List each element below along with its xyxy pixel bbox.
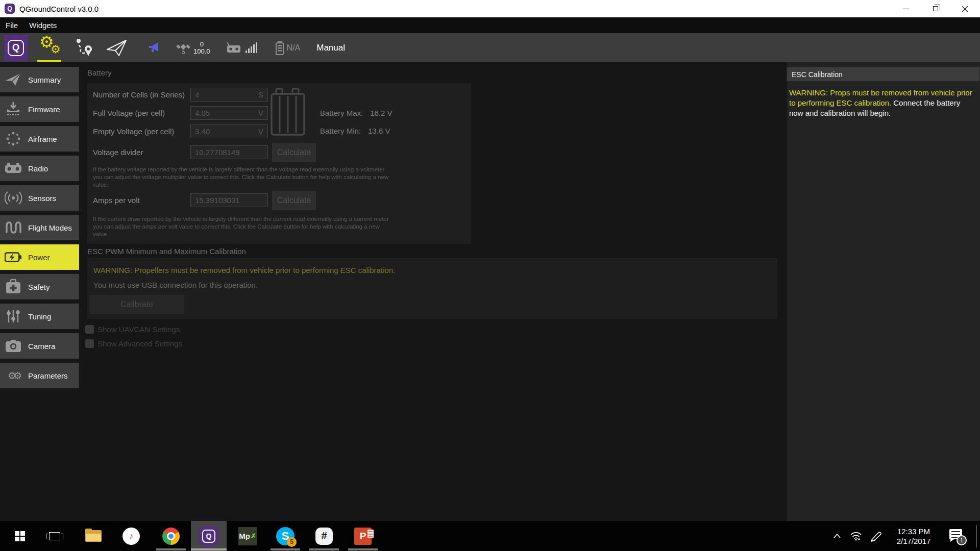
- empty-voltage-input[interactable]: 3.40 V: [190, 124, 268, 138]
- taskbar-powerpoint-button[interactable]: P: [345, 521, 381, 551]
- sidebar-item-sensors[interactable]: Sensors: [0, 185, 79, 211]
- running-indicator: [271, 548, 300, 550]
- voltage-divider-help: If the battery voltage reported by the v…: [93, 166, 389, 189]
- full-voltage-input[interactable]: 4.05 V: [190, 106, 268, 120]
- first-aid-icon: [5, 278, 22, 295]
- amps-per-volt-label: Amps per volt: [93, 193, 140, 207]
- sidebar-item-firmware[interactable]: Firmware: [0, 96, 79, 122]
- amps-per-volt-input[interactable]: 15.39103031: [190, 193, 268, 207]
- esc-calibration-panel: WARNING: Propellers must be removed from…: [87, 258, 777, 319]
- windows-taskbar: ♪ Q Mp✗ S 5 # P: [0, 521, 980, 551]
- sidebar-item-radio[interactable]: Radio: [0, 156, 79, 181]
- voltage-divider-input[interactable]: 10.27708149: [190, 145, 268, 159]
- qgc-home-button[interactable]: Q: [4, 35, 28, 61]
- cells-input[interactable]: 4 S: [190, 88, 268, 102]
- cells-label: Number of Cells (in Series): [93, 88, 185, 102]
- sidebar-item-airframe[interactable]: Airframe: [0, 126, 79, 152]
- show-advanced-settings-checkbox[interactable]: Show Advanced Settings: [85, 339, 182, 348]
- sidebar-item-power[interactable]: Power: [0, 244, 79, 270]
- itunes-icon: ♪: [122, 528, 140, 545]
- rc-rssi-indicator[interactable]: [226, 41, 258, 55]
- folder-icon: [85, 530, 102, 542]
- taskbar-itunes-button[interactable]: ♪: [113, 521, 149, 551]
- flight-mode-selector[interactable]: Manual: [316, 43, 345, 53]
- notification-badge: 1: [957, 535, 967, 545]
- clock-date: 2/17/2017: [897, 536, 931, 546]
- window-title: QGroundControl v3.0.0: [19, 5, 99, 13]
- plan-view-button[interactable]: [75, 38, 94, 58]
- taskbar-chrome-button[interactable]: [153, 521, 189, 551]
- sidebar-item-safety[interactable]: Safety: [0, 274, 79, 299]
- paper-plane-icon: [5, 71, 22, 88]
- esc-warning-text: WARNING: Propellers must be removed from…: [93, 266, 395, 274]
- sidebar-item-summary[interactable]: Summary: [0, 67, 79, 92]
- gears-icon: ⚙⚙: [5, 367, 22, 384]
- sidebar-item-parameters[interactable]: ⚙⚙ Parameters: [0, 363, 79, 388]
- running-indicator: [191, 548, 227, 550]
- chrome-icon: [162, 528, 180, 545]
- empty-voltage-unit: V: [258, 125, 263, 138]
- show-desktop-button[interactable]: [976, 525, 977, 547]
- power-setup-content: Battery Number of Cells (in Series) 4 S …: [79, 62, 786, 521]
- dialog-title: ESC Calibration: [792, 70, 843, 79]
- sidebar-item-tuning[interactable]: Tuning: [0, 304, 79, 329]
- running-indicator: [348, 548, 378, 550]
- setup-view-button[interactable]: ⚙ ⚙: [38, 35, 63, 61]
- satellite-icon: [176, 41, 190, 55]
- running-indicator: [309, 548, 339, 550]
- sidebar-item-flight-modes[interactable]: Flight Modes: [0, 215, 79, 240]
- gps-indicator[interactable]: 0 100.0: [176, 41, 210, 55]
- tray-wifi-button[interactable]: [846, 521, 866, 551]
- qgc-logo-icon: Q: [8, 40, 24, 56]
- battery-max-value: 16.2 V: [370, 109, 392, 117]
- setup-sidebar: Summary Firmware Airframe Radio: [0, 62, 79, 521]
- full-voltage-label: Full Voltage (per cell): [93, 106, 165, 120]
- start-button[interactable]: [2, 521, 38, 551]
- show-uavcan-settings-checkbox[interactable]: Show UAVCAN Settings: [85, 325, 180, 334]
- voltage-calculate-button[interactable]: Calculate: [272, 143, 316, 162]
- taskbar-mission-planner-button[interactable]: Mp✗: [230, 521, 265, 551]
- chevron-up-icon: [834, 534, 841, 538]
- main-area: Summary Firmware Airframe Radio: [0, 62, 980, 521]
- task-view-button[interactable]: [37, 521, 72, 551]
- battery-status: N/A: [287, 43, 301, 53]
- close-button[interactable]: [950, 0, 980, 17]
- sensors-signal-icon: [5, 189, 22, 207]
- qgroundcontrol-window: Q QGroundControl v3.0.0 File Widgets Q ⚙…: [0, 0, 980, 551]
- minimize-icon: [903, 9, 909, 9]
- fly-view-button[interactable]: [106, 39, 128, 57]
- battery-indicator[interactable]: N/A: [275, 41, 301, 55]
- tray-pen-button[interactable]: [866, 521, 886, 551]
- taskbar-clock[interactable]: 12:33 PM 2/17/2017: [888, 521, 939, 551]
- qgc-app-icon: Q: [5, 4, 15, 14]
- tray-chevron-button[interactable]: [828, 521, 846, 551]
- menu-widgets[interactable]: Widgets: [23, 17, 62, 33]
- sidebar-item-camera[interactable]: Camera: [0, 333, 79, 359]
- esc-calibration-dialog: ESC Calibration WARNING: Props must be r…: [786, 62, 980, 521]
- empty-voltage-label: Empty Voltage (per cell): [93, 124, 174, 138]
- taskbar-skype-button[interactable]: S 5: [267, 521, 303, 551]
- dialog-message: WARNING: Props must be removed from vehi…: [789, 88, 973, 118]
- taskbar-hash-app-button[interactable]: #: [306, 521, 342, 551]
- action-center-button[interactable]: 1: [945, 521, 970, 551]
- battery-settings-panel: Number of Cells (in Series) 4 S Full Vol…: [87, 83, 471, 244]
- restore-button[interactable]: [921, 0, 950, 17]
- battery-icon: [275, 41, 284, 55]
- battery-bolt-icon: [5, 248, 22, 266]
- checkbox-icon: [85, 339, 94, 348]
- esc-usb-note: You must use USB connection for this ope…: [93, 281, 258, 289]
- calibrate-button[interactable]: Calibrate: [89, 295, 184, 314]
- menu-file[interactable]: File: [0, 17, 23, 33]
- gps-count: 0: [193, 41, 210, 48]
- amps-calculate-button[interactable]: Calculate: [272, 191, 316, 210]
- minimize-button[interactable]: [891, 0, 921, 17]
- gear-icon: ⚙: [51, 44, 61, 55]
- clock-time: 12:33 PM: [897, 527, 930, 536]
- wifi-icon: [850, 532, 862, 541]
- vehicle-messages-button[interactable]: [148, 41, 161, 55]
- skype-icon: S 5: [276, 527, 295, 545]
- taskbar-file-explorer-button[interactable]: [76, 521, 111, 551]
- taskbar-qgroundcontrol-button[interactable]: Q: [191, 521, 227, 551]
- signal-bars-icon: [246, 42, 258, 53]
- checkbox-icon: [85, 325, 94, 334]
